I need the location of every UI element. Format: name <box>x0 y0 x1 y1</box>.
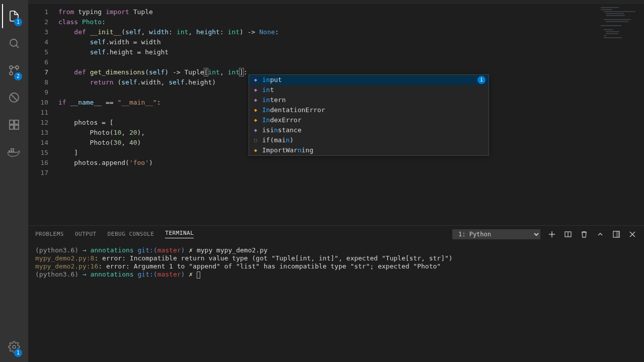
debug-icon[interactable] <box>2 85 26 110</box>
svg-point-4 <box>10 66 13 69</box>
method-icon: ◆ <box>252 76 259 83</box>
method-icon: ◆ <box>252 127 259 134</box>
terminal-body[interactable]: (python3.6) → annotations git:(master) ✗… <box>28 242 644 362</box>
autocomplete-item[interactable]: ◆ isinstance <box>249 125 489 135</box>
svg-point-3 <box>10 72 13 75</box>
terminal-selector[interactable]: 1: Python <box>452 229 540 239</box>
method-icon: ◆ <box>252 97 259 104</box>
gutter: 123456 7 891011121314151617 <box>28 4 58 225</box>
kill-terminal-icon[interactable] <box>580 230 589 239</box>
autocomplete-item[interactable]: ◆ IndexError <box>249 115 489 125</box>
tab-debug-console[interactable]: DEBUG CONSOLE <box>108 231 154 237</box>
editor[interactable]: 123456 7 891011121314151617 from typing … <box>28 4 644 225</box>
autocomplete-item[interactable]: ▢ if(main) <box>249 135 489 145</box>
class-icon: ◆ <box>252 107 259 114</box>
search-icon[interactable] <box>2 31 26 55</box>
svg-rect-8 <box>10 125 14 129</box>
class-icon: ◆ <box>252 117 259 124</box>
svg-point-0 <box>10 39 17 46</box>
svg-rect-12 <box>11 150 12 152</box>
expand-panel-icon[interactable] <box>596 230 605 239</box>
extensions-icon[interactable] <box>2 113 26 137</box>
new-terminal-icon[interactable] <box>547 230 556 239</box>
svg-line-1 <box>16 45 19 48</box>
autocomplete-item[interactable]: ◆ IndentationError <box>249 105 489 115</box>
method-icon: ◆ <box>252 86 259 94</box>
info-icon[interactable]: i <box>477 76 486 84</box>
activity-bar: 1 2 1 <box>0 0 28 362</box>
svg-point-16 <box>13 345 16 348</box>
svg-rect-22 <box>616 231 619 237</box>
tab-terminal[interactable]: TERMINAL <box>165 230 194 238</box>
svg-rect-14 <box>11 148 12 150</box>
docker-icon[interactable] <box>2 140 26 164</box>
scm-icon[interactable]: 2 <box>2 58 26 82</box>
autocomplete-item[interactable]: ◆ int <box>249 85 489 95</box>
autocomplete-item[interactable]: ◆ intern <box>249 95 489 105</box>
main-area: 123456 7 891011121314151617 from typing … <box>28 0 644 362</box>
autocomplete-item[interactable]: ◆ input i <box>249 75 489 85</box>
tab-bar <box>28 0 644 4</box>
settings-icon[interactable]: 1 <box>2 335 26 359</box>
svg-rect-9 <box>15 125 19 129</box>
tab-problems[interactable]: PROBLEMS <box>35 231 64 237</box>
terminal-cursor <box>197 272 200 279</box>
autocomplete-popup[interactable]: ◆ input i ◆ int ◆ intern ◆ IndentationEr… <box>249 74 489 156</box>
scm-badge: 2 <box>14 72 22 80</box>
settings-badge: 1 <box>14 349 22 357</box>
code-area[interactable]: from typing import Tuple class Photo: de… <box>58 4 599 225</box>
svg-rect-7 <box>10 120 14 124</box>
svg-rect-13 <box>13 150 14 152</box>
terminal-cmd: mypy mypy_demo2.py <box>197 246 268 254</box>
autocomplete-item[interactable]: ◆ ImportWarning <box>249 145 489 155</box>
bottom-panel: PROBLEMS OUTPUT DEBUG CONSOLE TERMINAL 1… <box>28 225 644 362</box>
terminal-env: (python3.6) <box>35 246 78 254</box>
tab-output[interactable]: OUTPUT <box>75 231 97 237</box>
explorer-badge: 1 <box>14 18 22 26</box>
panel-tabs: PROBLEMS OUTPUT DEBUG CONSOLE TERMINAL 1… <box>28 226 644 242</box>
maximize-panel-icon[interactable] <box>612 230 621 239</box>
class-icon: ◆ <box>252 147 259 154</box>
split-terminal-icon[interactable] <box>564 230 573 239</box>
svg-line-6 <box>11 95 17 101</box>
snippet-icon: ▢ <box>252 137 259 144</box>
close-panel-icon[interactable] <box>628 230 637 239</box>
svg-rect-15 <box>13 148 14 150</box>
minimap[interactable] <box>599 4 644 225</box>
svg-rect-11 <box>9 150 10 152</box>
explorer-icon[interactable]: 1 <box>2 4 26 28</box>
svg-rect-10 <box>15 120 19 124</box>
